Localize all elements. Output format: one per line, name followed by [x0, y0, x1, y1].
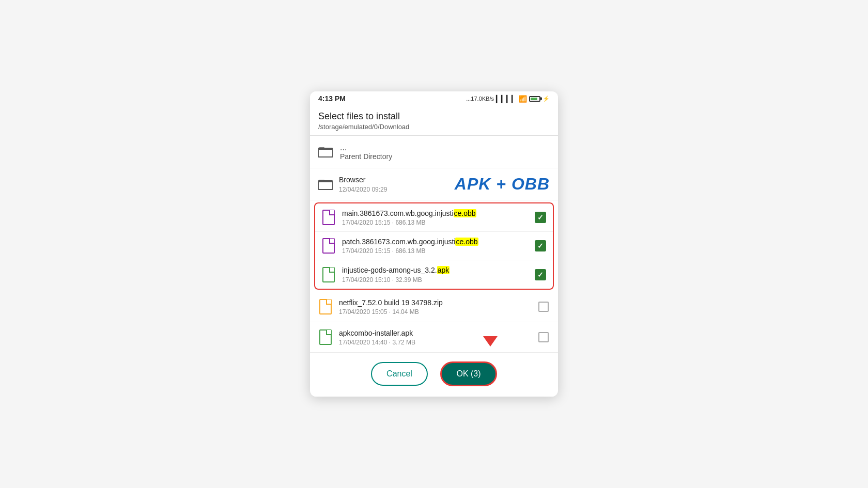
browser-folder-item[interactable]: Browser 12/04/2020 09:29 APK + OBB — [310, 168, 558, 200]
cancel-button[interactable]: Cancel — [371, 362, 428, 386]
parent-dir-label: Parent Directory — [340, 152, 550, 161]
list-item[interactable]: patch.3861673.com.wb.goog.injustice.obb … — [315, 232, 553, 260]
header-title: Select files to install — [318, 111, 550, 122]
header: Select files to install /storage/emulate… — [310, 105, 558, 135]
netflix-meta: 17/04/2020 15:05 · 14.04 MB — [339, 308, 531, 316]
netflix-checkbox-unchecked — [538, 302, 549, 312]
parent-directory-item[interactable]: ... Parent Directory — [310, 136, 558, 168]
apk-obb-label: APK + OBB — [455, 175, 550, 194]
header-path: /storage/emulated/0/Download — [318, 123, 550, 131]
signal-text: ...17.0KB/s — [466, 96, 494, 102]
arrow-head — [483, 336, 498, 347]
obb2-checkbox[interactable] — [534, 240, 547, 252]
apk-checkbox-checked — [535, 269, 546, 280]
netflix-info: netflix_7.52.0 build 19 34798.zip 17/04/… — [339, 298, 531, 316]
phone-frame: 4:13 PM ...17.0KB/s ▎▎▎▎ 📶 ⚡ Select file… — [310, 91, 558, 397]
battery-icon — [529, 96, 540, 102]
signal-bars-icon: ▎▎▎▎ — [496, 95, 517, 103]
obb1-checkbox[interactable] — [534, 211, 547, 224]
apk-info: injustice-gods-among-us_3.2.apk 17/04/20… — [342, 265, 528, 283]
obb2-info: patch.3861673.com.wb.goog.injustice.obb … — [342, 237, 528, 255]
apk-icon — [321, 266, 336, 284]
apk-checkbox[interactable] — [534, 269, 547, 281]
obb2-icon — [321, 237, 336, 255]
obb1-meta: 17/04/2020 15:15 · 686.13 MB — [342, 219, 528, 226]
obb1-checkbox-checked — [535, 212, 546, 223]
folder-icon — [318, 143, 333, 161]
apkcombo-checkbox[interactable] — [537, 331, 550, 343]
netflix-name: netflix_7.52.0 build 19 34798.zip — [339, 298, 531, 307]
browser-folder-name: Browser — [339, 175, 444, 184]
browser-folder-info: Browser 12/04/2020 09:29 — [339, 175, 444, 193]
apk-name: injustice-gods-among-us_3.2.apk — [342, 265, 528, 275]
lightning-icon: ⚡ — [542, 96, 550, 102]
svg-rect-1 — [318, 149, 333, 157]
wifi-icon: 📶 — [519, 95, 527, 103]
obb1-name: main.3861673.com.wb.goog.injustice.obb — [342, 209, 528, 218]
apkcombo-name: apkcombo-installer.apk — [339, 328, 531, 338]
parent-dir-info: ... Parent Directory — [340, 143, 550, 161]
obb2-meta: 17/04/2020 15:15 · 686.13 MB — [342, 247, 528, 255]
file-list: ... Parent Directory Browser 12/04/2020 … — [310, 136, 558, 353]
obb1-icon — [321, 209, 336, 226]
bottom-buttons: Cancel OK (3) — [310, 353, 558, 397]
apkcombo-icon — [318, 328, 333, 346]
obb2-checkbox-checked — [535, 240, 546, 251]
parent-dir-dots: ... — [340, 143, 550, 152]
ok-button[interactable]: OK (3) — [440, 361, 497, 386]
apkcombo-checkbox-unchecked — [538, 332, 549, 342]
obb2-name: patch.3861673.com.wb.goog.injustice.obb — [342, 237, 528, 246]
netflix-file-item[interactable]: netflix_7.52.0 build 19 34798.zip 17/04/… — [310, 292, 558, 322]
browser-folder-meta: 12/04/2020 09:29 — [339, 186, 444, 193]
ok-button-label: OK (3) — [456, 369, 481, 378]
apk-meta: 17/04/2020 15:10 · 32.39 MB — [342, 276, 528, 284]
list-item[interactable]: main.3861673.com.wb.goog.injustice.obb 1… — [315, 203, 553, 232]
netflix-icon — [318, 298, 333, 316]
obb1-info: main.3861673.com.wb.goog.injustice.obb 1… — [342, 209, 528, 226]
list-item[interactable]: injustice-gods-among-us_3.2.apk 17/04/20… — [315, 260, 553, 288]
svg-rect-3 — [318, 182, 333, 190]
selected-files-group: main.3861673.com.wb.goog.injustice.obb 1… — [314, 202, 554, 290]
apkcombo-file-item[interactable]: apkcombo-installer.apk 17/04/2020 14:40 … — [310, 322, 558, 353]
status-time: 4:13 PM — [318, 95, 346, 103]
browser-folder-icon — [318, 176, 333, 193]
apkcombo-info: apkcombo-installer.apk 17/04/2020 14:40 … — [339, 328, 531, 346]
apkcombo-meta: 17/04/2020 14:40 · 3.72 MB — [339, 339, 531, 346]
status-bar: 4:13 PM ...17.0KB/s ▎▎▎▎ 📶 ⚡ — [310, 91, 558, 105]
status-icons: ...17.0KB/s ▎▎▎▎ 📶 ⚡ — [466, 95, 550, 103]
netflix-checkbox[interactable] — [537, 301, 550, 313]
